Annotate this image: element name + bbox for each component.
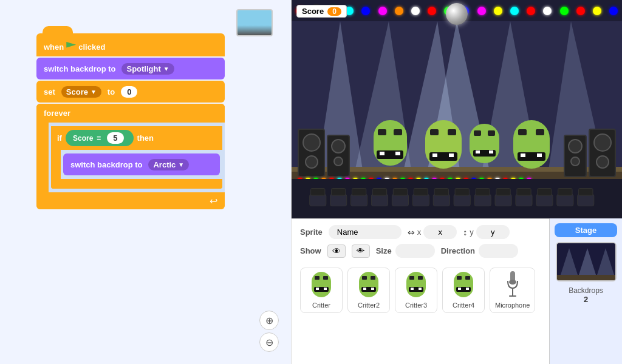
svg-rect-45 xyxy=(578,194,594,206)
svg-point-85 xyxy=(509,280,516,285)
switch-backdrop-block-1[interactable]: switch backdrop to Spotlight ▼ xyxy=(36,58,225,79)
sprite-thumb-img-0 xyxy=(308,272,335,299)
svg-rect-19 xyxy=(449,153,454,157)
sprite-thumb-critter[interactable]: Critter xyxy=(300,268,343,313)
critter-sprite-4 xyxy=(510,117,553,177)
stage-tab[interactable]: Stage xyxy=(555,223,617,237)
svg-rect-48 xyxy=(352,189,366,196)
svg-rect-15 xyxy=(430,129,439,135)
y-input[interactable] xyxy=(476,225,510,239)
spotlight-dropdown[interactable]: Spotlight ▼ xyxy=(121,63,174,75)
svg-rect-46 xyxy=(311,189,325,196)
svg-rect-40 xyxy=(474,194,491,206)
hat-block[interactable]: when clicked xyxy=(36,33,225,56)
backdrops-count: 2 xyxy=(584,295,588,304)
switch-backdrop-block-2[interactable]: switch backdrop to Arctic ▼ xyxy=(63,153,220,175)
svg-rect-39 xyxy=(454,194,470,206)
light-bulb-11 xyxy=(477,7,486,15)
show-label: Show xyxy=(300,246,321,255)
light-bulb-12 xyxy=(494,7,502,15)
stage-preview-thumbnail[interactable] xyxy=(556,242,617,281)
svg-rect-76 xyxy=(411,288,414,290)
sprite-text-label: Sprite xyxy=(300,228,323,237)
sprite-name-input[interactable] xyxy=(329,225,402,239)
score-var-dropdown[interactable]: Score ▼ xyxy=(61,86,101,98)
switch-backdrop-1-prefix: switch backdrop to xyxy=(44,64,115,73)
direction-group: Direction xyxy=(441,244,518,258)
svg-rect-83 xyxy=(466,288,469,290)
show-hidden-button[interactable]: 👁 xyxy=(352,244,370,258)
sprite-thumb-label-3: Critter4 xyxy=(453,302,474,309)
sprite-info-row-1: Sprite ⇔ x ↕ y xyxy=(300,225,541,239)
svg-rect-30 xyxy=(521,153,525,157)
score-initial-value[interactable]: 0 xyxy=(121,86,137,98)
svg-rect-71 xyxy=(371,288,374,290)
code-editor-panel: when clicked switch backdrop to Spotligh… xyxy=(0,0,292,364)
svg-rect-62 xyxy=(323,276,328,280)
size-group: Size xyxy=(376,244,435,258)
svg-rect-58 xyxy=(558,189,572,196)
x-input[interactable] xyxy=(423,225,457,239)
critter-sprite-2 xyxy=(422,117,465,177)
score-display: Score 0 xyxy=(296,5,347,18)
svg-rect-50 xyxy=(393,189,407,196)
svg-rect-53 xyxy=(455,189,469,196)
forever-block[interactable]: forever if Score = 5 then xyxy=(36,104,225,209)
svg-rect-78 xyxy=(454,272,473,297)
zoom-out-button[interactable]: ⊖ xyxy=(259,332,279,352)
sprite-thumb-label-0: Critter xyxy=(312,302,330,309)
svg-rect-51 xyxy=(414,189,428,196)
sprite-thumb-critter4[interactable]: Critter4 xyxy=(442,268,485,313)
light-bulb-13 xyxy=(510,7,519,15)
if-label: if xyxy=(57,133,62,143)
forever-header: forever xyxy=(36,104,225,123)
size-label: Size xyxy=(376,246,392,255)
light-bulb-18 xyxy=(593,7,601,15)
hat-label-when: when xyxy=(44,42,64,52)
svg-rect-31 xyxy=(537,153,542,157)
svg-rect-43 xyxy=(536,194,553,206)
critter-sprite-1 xyxy=(371,120,410,177)
dropdown-arrow-spotlight: ▼ xyxy=(163,66,169,72)
svg-rect-37 xyxy=(412,194,429,206)
svg-rect-16 xyxy=(448,129,456,135)
svg-rect-79 xyxy=(457,276,462,280)
arctic-dropdown[interactable]: Arctic ▼ xyxy=(148,159,189,170)
if-block[interactable]: if Score = 5 then switch backdrop xyxy=(51,126,222,189)
svg-rect-27 xyxy=(518,129,527,135)
zoom-in-button[interactable]: ⊕ xyxy=(259,311,279,330)
sprite-thumb-critter3[interactable]: Critter3 xyxy=(395,268,437,313)
svg-rect-55 xyxy=(496,189,510,196)
svg-rect-54 xyxy=(476,189,490,196)
light-bulb-5 xyxy=(378,7,387,15)
bottom-controls: Sprite ⇔ x ↕ y Show 👁 👁 xyxy=(292,218,622,364)
hidden-eye-icon: 👁 xyxy=(357,246,364,255)
svg-rect-26 xyxy=(513,120,550,169)
svg-rect-32 xyxy=(310,194,326,206)
condition-op: = xyxy=(97,134,101,143)
svg-rect-57 xyxy=(538,189,552,196)
direction-input[interactable] xyxy=(479,244,518,258)
light-bulb-14 xyxy=(527,7,535,15)
size-input[interactable] xyxy=(395,244,435,258)
sprite-thumb-label-1: Critter2 xyxy=(358,302,380,309)
if-condition[interactable]: Score = 5 xyxy=(66,130,134,146)
then-label: then xyxy=(137,133,154,143)
svg-rect-49 xyxy=(372,189,386,196)
show-visible-button[interactable]: 👁 xyxy=(327,244,346,258)
sprite-thumb-microphone[interactable]: Microphone xyxy=(490,268,535,313)
svg-rect-10 xyxy=(394,129,402,135)
condition-value[interactable]: 5 xyxy=(107,132,123,144)
sprite-thumb-critter2[interactable]: Critter2 xyxy=(347,268,390,313)
xy-arrows-icon: ⇔ xyxy=(408,228,415,237)
disco-ball xyxy=(446,3,468,25)
x-label: x xyxy=(417,228,422,237)
svg-rect-14 xyxy=(425,120,462,169)
set-score-block[interactable]: set Score ▼ to 0 xyxy=(36,81,225,103)
svg-rect-44 xyxy=(557,194,573,206)
svg-rect-47 xyxy=(332,189,346,196)
svg-rect-87 xyxy=(509,295,516,297)
svg-rect-28 xyxy=(536,129,544,135)
svg-rect-66 xyxy=(359,272,378,297)
sprite-thumbnails: Critter Critter2 Critter3 Critter4 xyxy=(300,263,541,318)
